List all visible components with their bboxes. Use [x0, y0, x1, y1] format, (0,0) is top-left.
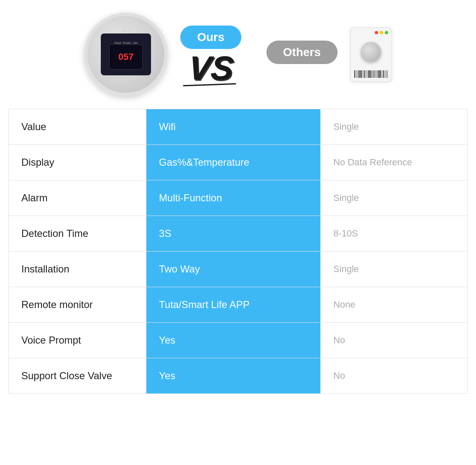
- others-cell: 8-10S: [320, 216, 467, 252]
- led-red: [375, 31, 378, 34]
- others-cell: No Data Reference: [320, 145, 467, 180]
- table-row: AlarmMulti-FunctionSingle: [9, 180, 468, 216]
- vs-text: VS: [187, 53, 234, 83]
- feature-cell: Display: [9, 145, 146, 180]
- feature-cell: Installation: [9, 252, 146, 287]
- feature-cell: Voice Prompt: [9, 323, 146, 358]
- table-row: ValueWifiSingle: [9, 109, 468, 145]
- feature-cell: Alarm: [9, 180, 146, 216]
- others-device-button: [361, 42, 381, 63]
- others-device-image: [350, 27, 392, 82]
- ours-cell: Two Way: [146, 252, 321, 287]
- led-green: [385, 31, 388, 34]
- feature-cell: Detection Time: [9, 216, 146, 252]
- ours-badge: Ours: [180, 26, 241, 49]
- header-section: Alarm Fault Power Life 057 Ours VS Other…: [0, 0, 476, 105]
- device-number: 057: [118, 51, 134, 62]
- led-yellow: [380, 31, 383, 34]
- power-label: Power: [123, 41, 131, 44]
- table-row: Remote monitorTuta/Smart Life APPNone: [9, 287, 468, 323]
- others-cell: No: [320, 323, 467, 358]
- alarm-label-text: Alarm: [122, 29, 131, 33]
- ours-cell: Gas%&Temperature: [146, 145, 321, 180]
- device-screen: 057: [109, 44, 143, 69]
- others-section: Others: [254, 41, 350, 68]
- table-row: DisplayGas%&TemperatureNo Data Reference: [9, 145, 468, 180]
- feature-cell: Remote monitor: [9, 287, 146, 323]
- others-cell: No: [320, 358, 467, 394]
- others-cell: Single: [320, 109, 467, 145]
- others-cell: Single: [320, 180, 467, 216]
- ours-cell: Tuta/Smart Life APP: [146, 287, 321, 323]
- comparison-table: ValueWifiSingleDisplayGas%&TemperatureNo…: [8, 109, 468, 394]
- vs-section: Ours VS: [168, 26, 253, 83]
- ours-cell: Wifi: [146, 109, 321, 145]
- feature-cell: Support Close Valve: [9, 358, 146, 394]
- our-device-image: Alarm Fault Power Life 057: [84, 13, 168, 96]
- table-row: Detection Time3S8-10S: [9, 216, 468, 252]
- ours-cell: Yes: [146, 323, 321, 358]
- table-row: Voice PromptYesNo: [9, 323, 468, 358]
- fault-label: Fault: [115, 41, 121, 44]
- others-cell: Single: [320, 252, 467, 287]
- others-cell: None: [320, 287, 467, 323]
- table-row: InstallationTwo WaySingle: [9, 252, 468, 287]
- life-label: Life: [133, 41, 137, 44]
- table-row: Support Close ValveYesNo: [9, 358, 468, 394]
- ours-cell: 3S: [146, 216, 321, 252]
- led-group: [375, 31, 388, 34]
- feature-cell: Value: [9, 109, 146, 145]
- others-device-barcode: [354, 70, 388, 78]
- others-badge: Others: [266, 41, 338, 64]
- ours-cell: Yes: [146, 358, 321, 394]
- ours-cell: Multi-Function: [146, 180, 321, 216]
